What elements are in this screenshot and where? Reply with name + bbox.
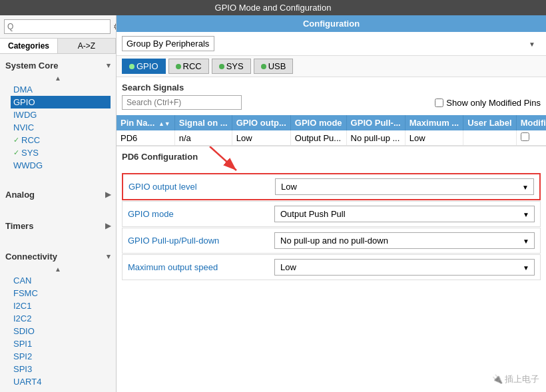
tab-usb[interactable]: USB (254, 59, 294, 74)
scroll-up-arrow[interactable]: ▲ (5, 73, 111, 83)
pd6-row-pull: GPIO Pull-up/Pull-down No pull-up and no… (122, 228, 541, 254)
col-pin-name[interactable]: Pin Na... ▲▼ (117, 115, 174, 130)
sidebar-item-sdio[interactable]: SDIO (11, 325, 111, 337)
table-header-row: Pin Na... ▲▼ Signal on ... GPIO outp... … (117, 115, 546, 130)
tab-sys[interactable]: SYS (212, 59, 251, 74)
col-gpio-pull[interactable]: GPIO Pull-... (346, 115, 405, 130)
signal-search-input[interactable] (122, 95, 242, 110)
show-modified-toggle: Show only Modified Pins (435, 98, 541, 108)
watermark-text: 插上电子 (505, 374, 539, 384)
sidebar-item-dma[interactable]: DMA (11, 83, 111, 96)
sidebar-item-iwdg[interactable]: IWDG (11, 108, 111, 121)
section-label-connectivity: Connectivity (5, 252, 57, 262)
col-gpio-mode[interactable]: GPIO mode (290, 115, 346, 130)
svg-line-1 (210, 146, 236, 170)
sidebar-item-i2c1[interactable]: I2C1 (11, 299, 111, 312)
tab-rcc[interactable]: RCC (168, 59, 209, 74)
sort-arrow-pin: ▲▼ (158, 120, 170, 127)
sidebar-section-system-core: System Core ▾ ▲ DMA GPIO IWDG NVIC ✓RCC … (0, 54, 116, 176)
tab-atoz[interactable]: A->Z (58, 39, 116, 53)
label-gpio-output-level: GPIO output level (129, 182, 275, 192)
col-max-speed[interactable]: Maximum ... (405, 115, 463, 130)
sys-status-dot (219, 64, 224, 69)
table-row[interactable]: PD6 n/a Low Output Pu... No pull-up ... … (117, 130, 546, 146)
group-by-select[interactable]: Group By Peripherals (122, 36, 214, 51)
sidebar-section-timers: Timers ▶ (0, 214, 116, 238)
watermark-icon: 🔌 (492, 374, 503, 384)
label-gpio-mode: GPIO mode (128, 209, 274, 219)
sidebar-section-header-connectivity[interactable]: Connectivity ▾ (5, 249, 111, 264)
col-gpio-output[interactable]: GPIO outp... (232, 115, 290, 130)
cell-signal: n/a (174, 130, 232, 146)
select-wrapper-gpio-mode: Output Push Pull ▼ (274, 206, 535, 222)
system-core-items: DMA GPIO IWDG NVIC ✓RCC ✓SYS WWDG (5, 83, 111, 172)
pd6-row-output-level: GPIO output level Low ▼ (122, 173, 541, 200)
section-label-analog: Analog (5, 190, 35, 200)
sidebar-item-spi1[interactable]: SPI1 (11, 337, 111, 350)
sidebar-item-uart4[interactable]: UART4 (11, 375, 111, 388)
cell-output: Low (232, 130, 290, 146)
tab-categories[interactable]: Categories (0, 39, 58, 53)
select-wrapper-max-speed: Low ▼ (274, 259, 535, 276)
modified-checkbox[interactable] (521, 132, 529, 141)
sidebar-item-i2c2[interactable]: I2C2 (11, 312, 111, 325)
sidebar-item-gpio[interactable]: GPIO (11, 96, 111, 108)
sidebar-item-wwdg[interactable]: WWDG (11, 159, 111, 172)
cell-mode: Output Pu... (290, 130, 346, 146)
sidebar-item-sys[interactable]: ✓SYS (11, 146, 111, 159)
pd6-row-gpio-mode: GPIO mode Output Push Pull ▼ (122, 201, 541, 227)
group-by-bar: Group By Peripherals (117, 32, 546, 56)
col-modified[interactable]: Modified (516, 115, 546, 130)
search-input[interactable] (4, 19, 111, 34)
chevron-down-icon-connectivity: ▾ (107, 252, 111, 261)
show-modified-label: Show only Modified Pins (446, 98, 541, 108)
select-output-level[interactable]: Low (275, 178, 534, 195)
select-wrapper-output-level: Low ▼ (275, 178, 534, 195)
window-title: GPIO Mode and Configuration (215, 3, 332, 13)
search-signals-area: Search Signals Show only Modified Pins (117, 77, 546, 115)
tab-rcc-label: RCC (183, 61, 202, 71)
sidebar-item-nvic[interactable]: NVIC (11, 121, 111, 134)
pd6-row-max-speed: Maximum output speed Low ▼ (122, 254, 541, 280)
sidebar-section-header-system-core[interactable]: System Core ▾ (5, 58, 111, 73)
section-label-system-core: System Core (5, 61, 58, 71)
show-modified-checkbox[interactable] (435, 98, 443, 107)
select-gpio-mode[interactable]: Output Push Pull (274, 206, 535, 222)
cell-max: Low (405, 130, 463, 146)
connectivity-items: CAN FSMC I2C1 I2C2 SDIO SPI1 SPI2 SPI3 U… (5, 274, 111, 388)
select-pull[interactable]: No pull-up and no pull-down (274, 232, 535, 249)
connectivity-scroll-up[interactable]: ▲ (5, 264, 111, 274)
sidebar-item-can[interactable]: CAN (11, 274, 111, 287)
cell-modified (516, 130, 546, 146)
chevron-right-icon-analog: ▶ (105, 190, 111, 199)
gpio-table: Pin Na... ▲▼ Signal on ... GPIO outp... … (117, 115, 546, 146)
sidebar-section-connectivity: Connectivity ▾ ▲ CAN FSMC I2C1 I2C2 SDIO… (0, 245, 116, 392)
sidebar-item-rcc[interactable]: ✓RCC (11, 134, 111, 146)
sidebar-section-header-timers[interactable]: Timers ▶ (5, 218, 111, 234)
label-gpio-pull: GPIO Pull-up/Pull-down (128, 236, 274, 246)
sidebar: ⚙ Categories A->Z System Core ▾ ▲ DMA GP… (0, 15, 117, 392)
cell-pull: No pull-up ... (346, 130, 405, 146)
sidebar-section-header-analog[interactable]: Analog ▶ (5, 187, 111, 202)
cell-label (463, 130, 516, 146)
col-signal-on[interactable]: Signal on ... (174, 115, 232, 130)
section-label-timers: Timers (5, 221, 33, 231)
chevron-right-icon-timers: ▶ (105, 222, 111, 230)
sidebar-item-fsmc[interactable]: FSMC (11, 287, 111, 299)
tab-usb-label: USB (268, 61, 286, 71)
col-user-label[interactable]: User Label (463, 115, 516, 130)
sidebar-item-spi2[interactable]: SPI2 (11, 350, 111, 363)
main-content: Configuration Group By Peripherals GPIO … (117, 15, 546, 392)
gpio-table-wrapper: Pin Na... ▲▼ Signal on ... GPIO outp... … (117, 115, 546, 146)
tab-gpio-label: GPIO (136, 61, 158, 71)
pd6-config-section: GPIO output level Low ▼ GPIO mode Output… (122, 173, 541, 280)
tab-gpio[interactable]: GPIO (122, 59, 166, 74)
select-wrapper-pull: No pull-up and no pull-down ▼ (274, 232, 535, 249)
sidebar-item-spi3[interactable]: SPI3 (11, 363, 111, 375)
sidebar-section-analog: Analog ▶ (0, 183, 116, 206)
cell-pin: PD6 (117, 130, 174, 146)
arrow-area: PD6 Configuration (117, 146, 546, 173)
select-max-speed[interactable]: Low (274, 259, 535, 276)
gpio-status-dot (129, 64, 135, 69)
sidebar-tabs: Categories A->Z (0, 39, 116, 54)
